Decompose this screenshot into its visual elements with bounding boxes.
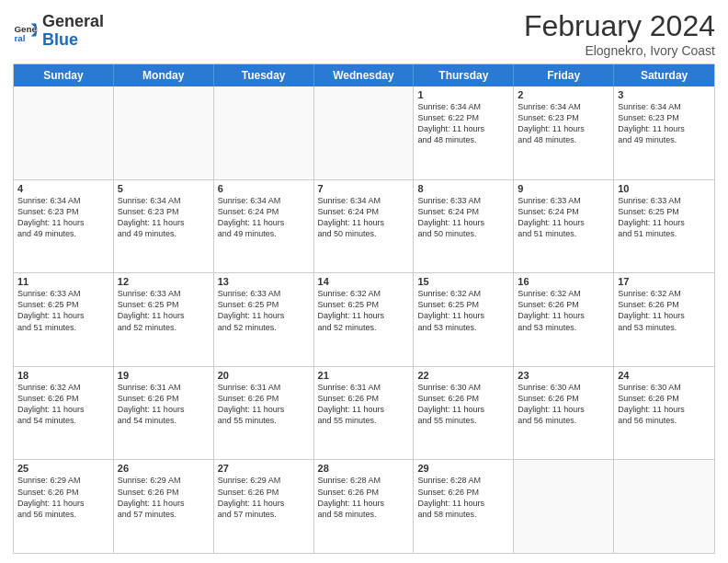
day-info: Sunrise: 6:34 AM Sunset: 6:22 PM Dayligh… — [417, 101, 509, 146]
cal-row: 4Sunrise: 6:34 AM Sunset: 6:23 PM Daylig… — [14, 179, 714, 273]
day-info: Sunrise: 6:28 AM Sunset: 6:26 PM Dayligh… — [417, 475, 509, 520]
day-number: 3 — [618, 89, 711, 100]
cal-cell: 12Sunrise: 6:33 AM Sunset: 6:25 PM Dayli… — [114, 273, 214, 366]
cal-cell: 3Sunrise: 6:34 AM Sunset: 6:23 PM Daylig… — [614, 86, 714, 179]
cal-cell: 26Sunrise: 6:29 AM Sunset: 6:26 PM Dayli… — [114, 460, 214, 553]
subtitle: Elognekro, Ivory Coast — [524, 43, 715, 58]
cal-header-cell: Wednesday — [314, 64, 415, 86]
day-number: 25 — [17, 463, 109, 474]
calendar-body: 1Sunrise: 6:34 AM Sunset: 6:22 PM Daylig… — [14, 86, 714, 553]
header: Gene ral General Blue February 2024 Elog… — [13, 9, 715, 58]
day-number: 1 — [417, 89, 509, 100]
cal-cell: 1Sunrise: 6:34 AM Sunset: 6:22 PM Daylig… — [414, 86, 514, 179]
day-number: 12 — [118, 276, 210, 287]
day-info: Sunrise: 6:30 AM Sunset: 6:26 PM Dayligh… — [417, 382, 509, 427]
day-info: Sunrise: 6:34 AM Sunset: 6:23 PM Dayligh… — [518, 101, 609, 146]
day-number: 4 — [17, 183, 109, 194]
cal-row: 1Sunrise: 6:34 AM Sunset: 6:22 PM Daylig… — [14, 86, 714, 179]
day-info: Sunrise: 6:29 AM Sunset: 6:26 PM Dayligh… — [118, 475, 210, 520]
cal-header-cell: Monday — [114, 64, 214, 86]
day-info: Sunrise: 6:33 AM Sunset: 6:25 PM Dayligh… — [218, 288, 310, 333]
cal-cell: 5Sunrise: 6:34 AM Sunset: 6:23 PM Daylig… — [114, 180, 214, 273]
cal-cell: 22Sunrise: 6:30 AM Sunset: 6:26 PM Dayli… — [414, 367, 514, 460]
day-number: 14 — [318, 276, 410, 287]
day-info: Sunrise: 6:30 AM Sunset: 6:26 PM Dayligh… — [618, 382, 711, 427]
cal-row: 25Sunrise: 6:29 AM Sunset: 6:26 PM Dayli… — [14, 459, 714, 553]
cal-row: 18Sunrise: 6:32 AM Sunset: 6:26 PM Dayli… — [14, 366, 714, 460]
cal-cell: 25Sunrise: 6:29 AM Sunset: 6:26 PM Dayli… — [14, 460, 114, 553]
day-number: 26 — [118, 463, 210, 474]
day-info: Sunrise: 6:29 AM Sunset: 6:26 PM Dayligh… — [218, 475, 310, 520]
day-number: 8 — [417, 183, 509, 194]
cal-cell — [614, 460, 714, 553]
day-number: 2 — [518, 89, 609, 100]
cal-cell: 16Sunrise: 6:32 AM Sunset: 6:26 PM Dayli… — [514, 273, 614, 366]
cal-cell — [14, 86, 114, 179]
logo-general: General — [42, 13, 104, 31]
day-number: 24 — [618, 370, 711, 381]
day-number: 18 — [17, 370, 109, 381]
day-number: 7 — [318, 183, 410, 194]
day-info: Sunrise: 6:34 AM Sunset: 6:23 PM Dayligh… — [17, 195, 109, 240]
cal-cell — [514, 460, 614, 553]
cal-cell: 14Sunrise: 6:32 AM Sunset: 6:25 PM Dayli… — [314, 273, 415, 366]
day-number: 22 — [417, 370, 509, 381]
cal-header-cell: Tuesday — [214, 64, 314, 86]
day-info: Sunrise: 6:34 AM Sunset: 6:23 PM Dayligh… — [118, 195, 210, 240]
title-block: February 2024 Elognekro, Ivory Coast — [524, 9, 715, 58]
day-info: Sunrise: 6:34 AM Sunset: 6:24 PM Dayligh… — [318, 195, 410, 240]
cal-cell: 9Sunrise: 6:33 AM Sunset: 6:24 PM Daylig… — [514, 180, 614, 273]
day-info: Sunrise: 6:34 AM Sunset: 6:24 PM Dayligh… — [218, 195, 310, 240]
day-info: Sunrise: 6:31 AM Sunset: 6:26 PM Dayligh… — [218, 382, 310, 427]
cal-cell: 2Sunrise: 6:34 AM Sunset: 6:23 PM Daylig… — [514, 86, 614, 179]
month-title: February 2024 — [524, 9, 715, 43]
day-info: Sunrise: 6:33 AM Sunset: 6:25 PM Dayligh… — [618, 195, 711, 240]
cal-cell: 17Sunrise: 6:32 AM Sunset: 6:26 PM Dayli… — [614, 273, 714, 366]
cal-cell: 11Sunrise: 6:33 AM Sunset: 6:25 PM Dayli… — [14, 273, 114, 366]
cal-cell: 18Sunrise: 6:32 AM Sunset: 6:26 PM Dayli… — [14, 367, 114, 460]
cal-row: 11Sunrise: 6:33 AM Sunset: 6:25 PM Dayli… — [14, 272, 714, 366]
day-number: 23 — [518, 370, 609, 381]
day-number: 9 — [518, 183, 609, 194]
day-info: Sunrise: 6:32 AM Sunset: 6:26 PM Dayligh… — [518, 288, 609, 333]
day-number: 21 — [318, 370, 410, 381]
logo-icon: Gene ral — [13, 18, 39, 44]
day-number: 13 — [218, 276, 310, 287]
logo-text: General Blue — [42, 13, 104, 50]
cal-cell — [314, 86, 415, 179]
cal-cell: 29Sunrise: 6:28 AM Sunset: 6:26 PM Dayli… — [414, 460, 514, 553]
cal-header-cell: Thursday — [414, 64, 514, 86]
day-number: 17 — [618, 276, 711, 287]
day-info: Sunrise: 6:33 AM Sunset: 6:24 PM Dayligh… — [518, 195, 609, 240]
cal-header-cell: Saturday — [614, 64, 714, 86]
day-info: Sunrise: 6:34 AM Sunset: 6:23 PM Dayligh… — [618, 101, 711, 146]
logo-blue: Blue — [42, 31, 104, 50]
day-number: 27 — [218, 463, 310, 474]
cal-cell: 8Sunrise: 6:33 AM Sunset: 6:24 PM Daylig… — [414, 180, 514, 273]
day-info: Sunrise: 6:32 AM Sunset: 6:25 PM Dayligh… — [417, 288, 509, 333]
day-number: 15 — [417, 276, 509, 287]
cal-cell: 27Sunrise: 6:29 AM Sunset: 6:26 PM Dayli… — [214, 460, 314, 553]
day-number: 16 — [518, 276, 609, 287]
day-number: 19 — [118, 370, 210, 381]
page: Gene ral General Blue February 2024 Elog… — [0, 0, 728, 563]
day-number: 5 — [118, 183, 210, 194]
cal-cell: 19Sunrise: 6:31 AM Sunset: 6:26 PM Dayli… — [114, 367, 214, 460]
calendar-header-row: SundayMondayTuesdayWednesdayThursdayFrid… — [14, 64, 714, 86]
cal-cell: 15Sunrise: 6:32 AM Sunset: 6:25 PM Dayli… — [414, 273, 514, 366]
day-info: Sunrise: 6:31 AM Sunset: 6:26 PM Dayligh… — [318, 382, 410, 427]
day-info: Sunrise: 6:31 AM Sunset: 6:26 PM Dayligh… — [118, 382, 210, 427]
cal-cell: 28Sunrise: 6:28 AM Sunset: 6:26 PM Dayli… — [314, 460, 415, 553]
cal-cell: 13Sunrise: 6:33 AM Sunset: 6:25 PM Dayli… — [214, 273, 314, 366]
cal-cell: 10Sunrise: 6:33 AM Sunset: 6:25 PM Dayli… — [614, 180, 714, 273]
cal-cell: 20Sunrise: 6:31 AM Sunset: 6:26 PM Dayli… — [214, 367, 314, 460]
cal-cell — [114, 86, 214, 179]
cal-cell: 21Sunrise: 6:31 AM Sunset: 6:26 PM Dayli… — [314, 367, 415, 460]
day-number: 28 — [318, 463, 410, 474]
day-number: 6 — [218, 183, 310, 194]
day-number: 10 — [618, 183, 711, 194]
svg-text:ral: ral — [14, 33, 25, 43]
day-info: Sunrise: 6:32 AM Sunset: 6:26 PM Dayligh… — [618, 288, 711, 333]
cal-cell — [214, 86, 314, 179]
day-info: Sunrise: 6:32 AM Sunset: 6:25 PM Dayligh… — [318, 288, 410, 333]
